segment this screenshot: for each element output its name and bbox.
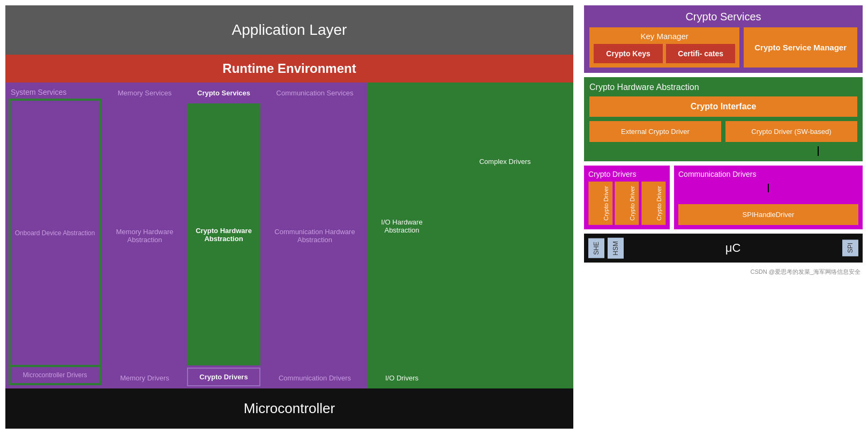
io-col: I/O Hardware Abstraction I/O Drivers [367,83,437,388]
io-hw-abs-cell: I/O Hardware Abstraction [369,85,435,368]
crypto-service-manager-box: Crypto Service Manager [744,27,857,68]
onboard-device-cell: Onboard Device Abstraction [11,101,99,365]
comm-drivers-cell: Communication Drivers [265,370,365,386]
memory-drivers-cell: Memory Drivers [107,370,183,386]
key-manager-box: Key Manager Crypto Keys Certifi- cates [589,27,739,68]
left-panel: Application Layer Runtime Environment Sy… [0,0,579,434]
system-services-label: System Services [9,86,101,99]
system-services-inner: Onboard Device Abstraction Microcontroll… [9,99,101,385]
crypto-services-left-label: Crypto Services [187,85,260,101]
io-drivers-cell: I/O Drivers [369,370,435,386]
comm-arrow-shaft [768,184,769,192]
complex-col: Complex Drivers [437,83,573,388]
memory-services-label: Memory Services [107,85,183,101]
crypto-hw-abs-cell: Crypto Hardware Abstraction [187,103,260,365]
arrow-shaft [818,146,819,156]
comm-arrow-area [678,184,858,192]
comm-hw-abs-cell: Communication Hardware Abstraction [265,103,365,368]
crypto-drivers-right-title: Crypto Drivers [588,170,665,178]
crypto-services-box: Crypto Services Key Manager Crypto Keys … [584,5,863,73]
crypto-chip-1: Crypto Driver [588,182,612,225]
crypto-hw-abs-right-title: Crypto Hardware Abstraction [589,83,857,92]
arrow-area [589,146,857,156]
crypto-driver-sw-box: Crypto Driver (SW-based) [725,121,857,142]
crypto-hw-abs-right-box: Crypto Hardware Abstraction Crypto Inter… [584,77,863,161]
microcontroller-bar: Microcontroller [5,388,573,429]
crypto-col: Crypto Services Crypto Hardware Abstract… [185,83,263,388]
hsm-chip: HSM [608,238,624,259]
comm-col: Communication Services Communication Har… [263,83,367,388]
crypto-drivers-right-row: External Crypto Driver Crypto Driver (SW… [589,121,857,142]
complex-drivers-cell: Complex Drivers [439,85,571,239]
runtime-environment: Runtime Environment [5,55,573,83]
microcontroller-drivers-cell: Microcontroller Drivers [11,367,99,383]
comm-services-label: Communication Services [265,85,365,101]
external-crypto-driver-box: External Crypto Driver [589,121,721,142]
uc-label: μC [627,241,839,255]
memory-hw-abs-cell: Memory Hardware Abstraction [107,103,183,368]
system-services-col: System Services Onboard Device Abstracti… [5,83,104,388]
app-layer-label: Application Layer [232,21,347,38]
crypto-driver-chips: Crypto Driver Crypto Driver Crypto Drive… [588,182,665,225]
memory-col: Memory Services Memory Hardware Abstract… [104,83,185,388]
drivers-row: Crypto Drivers Crypto Driver Crypto Driv… [584,166,863,229]
crypto-chip-2: Crypto Driver [615,182,639,225]
comm-drivers-right-box: Communication Drivers SPIHandleDriver [674,166,863,229]
watermark: CSDN @爱思考的发菜_海军网络信息安全 [584,267,863,277]
comm-drivers-right-title: Communication Drivers [678,170,858,178]
she-chip: SHE [588,238,604,258]
key-manager-title: Key Manager [594,32,735,41]
crypto-keys-btn[interactable]: Crypto Keys [594,44,663,63]
microcontroller-label: Microcontroller [244,400,335,416]
application-layer: Application Layer [5,5,573,55]
crypto-drivers-right-box: Crypto Drivers Crypto Driver Crypto Driv… [584,166,670,229]
crypto-interface-bar: Crypto Interface [589,96,857,117]
crypto-services-right-title: Crypto Services [589,11,857,23]
certificates-btn[interactable]: Certifi- cates [666,44,735,63]
runtime-env-label: Runtime Environment [222,61,356,76]
mc-row: SHE HSM μC SPI [584,234,863,263]
right-panel: Crypto Services Key Manager Crypto Keys … [579,0,868,434]
crypto-drivers-left-cell: Crypto Drivers [187,368,260,386]
spi-handle-driver-box: SPIHandleDriver [678,204,858,225]
spi-chip: SPI [842,240,858,256]
crypto-chip-3: Crypto Driver [641,182,665,225]
